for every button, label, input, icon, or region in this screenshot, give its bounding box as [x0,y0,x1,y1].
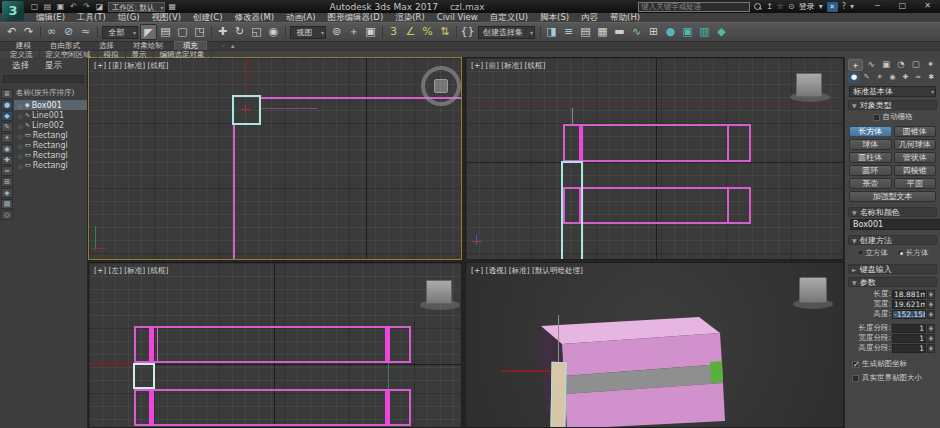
ribbon-tab[interactable]: 选择 [91,42,122,50]
menu-item[interactable]: 内容 [575,13,604,22]
spline-divider-upper[interactable] [157,328,158,361]
filter-geometry-icon[interactable]: ◆ [1,111,13,121]
undo-icon[interactable]: ↶ [3,24,20,40]
menu-item[interactable]: Civil View [431,13,484,22]
render-setup-icon[interactable]: ▣ [679,24,696,40]
redo-icon[interactable]: ↷ [20,24,37,40]
window-crossing-icon[interactable]: ◳ [191,24,208,40]
checkbox[interactable] [852,375,859,382]
list-item[interactable]: ◇ ∿ Line001 [14,110,87,120]
menu-item[interactable]: 组(G) [112,13,146,22]
ribbon-panel-label[interactable]: 编辑选定对象 [154,51,212,58]
edit-selection-sets-icon[interactable]: {} [459,24,476,40]
expand-icon[interactable]: ◇ [18,142,23,149]
rollout-name-color[interactable]: ▼ 名称和颜色 [848,207,937,217]
undo-small-icon[interactable]: ↶ [68,2,79,11]
menu-item[interactable]: 视图(V) [146,13,187,22]
ribbon-panel-label[interactable]: 定义空闲区域 [40,51,98,58]
tab-hierarchy[interactable]: ▣ [880,59,893,71]
schematic-view-icon[interactable]: ⊞ [645,24,662,40]
autogrid-row[interactable]: 自动栅格 [845,110,940,124]
select-by-name-icon[interactable]: ▤ [157,24,174,40]
save-file-icon[interactable]: ▣ [55,2,66,11]
cat-systems[interactable]: ✱ [925,72,937,83]
redo-small-icon[interactable]: ↷ [81,2,92,11]
spline-bar-lower-front[interactable] [563,187,751,224]
object-type-button[interactable]: 茶壶 [849,178,892,189]
rollout-keyboard-entry[interactable]: ► 键盘输入 [848,264,937,274]
filter-cameras-icon[interactable]: ◉ [1,144,13,154]
parameter-checkbox-row[interactable]: 生成贴图坐标 [845,357,940,371]
close-button[interactable]: ✕ [915,0,940,13]
cat-spacewarps[interactable]: ≈ [912,72,924,83]
rendered-frame-icon[interactable]: ▥ [696,24,713,40]
spinner-snap-icon[interactable]: ⇅ [436,24,453,40]
viewport-front[interactable]: [+] [前] [标准] [线框] [465,57,844,260]
separator[interactable] [379,25,385,39]
separator[interactable] [537,25,543,39]
antenna-line[interactable] [558,315,559,363]
autogrid-checkbox[interactable] [873,114,880,121]
spinner-control[interactable] [927,324,935,333]
ribbon-panel-label[interactable]: 显示 [126,51,154,58]
expand-icon[interactable]: ◇ [18,102,23,109]
manipulate-icon[interactable]: ＋ [345,24,362,40]
explorer-sort-icon[interactable]: ≣ [1,89,13,99]
spinner-control[interactable] [927,334,935,343]
spline-strip-upper-b[interactable] [385,328,390,361]
box001-selection-outline-top[interactable] [232,95,261,125]
spline-divider-upper-front[interactable] [727,126,729,160]
object-type-button[interactable]: 平面 [894,178,937,189]
help-icon[interactable]: ? [842,2,846,12]
filter-lights-icon[interactable]: ☀ [1,133,13,143]
box001-selection-outline-left[interactable] [133,363,155,389]
ribbon-tab[interactable]: 建模 [8,42,39,50]
viewport-label[interactable]: [+] [左] [标准] [线框] [94,266,168,276]
parameter-value-field[interactable]: 19.621mm [892,300,926,309]
spinner-control[interactable] [927,300,935,309]
ref-coord-dropdown[interactable]: 视图 [290,26,326,39]
signin-label[interactable]: 登录 [799,1,815,12]
unlink-selection-icon[interactable]: ⊘ [60,24,77,40]
ribbon-tab[interactable]: 填充 [174,41,207,50]
cat-shapes[interactable]: ✎ [861,72,873,83]
cat-cameras[interactable]: ◉ [887,72,899,83]
filter-xrefs-icon[interactable]: ◈ [1,188,13,198]
filter-selection-icon[interactable]: ◇ [1,210,13,220]
expand-icon[interactable]: ◇ [18,122,23,129]
menu-item[interactable]: 动画(A) [280,13,321,22]
workspace-dropdown[interactable]: 工作区: 默认 [108,2,165,12]
viewport-label[interactable]: [+] [前] [标准] [线框] [471,61,545,71]
ribbon-tab[interactable]: 对象绘制 [125,42,171,50]
expand-icon[interactable]: ◇ [18,132,23,139]
expand-icon[interactable]: ◇ [18,162,23,169]
keyboard-override-icon[interactable]: ▣ [362,24,379,40]
menu-item[interactable]: 渲染(R) [389,13,431,22]
open-file-icon[interactable]: ▤ [42,2,53,11]
new-scene-icon[interactable]: ▢ [29,2,40,11]
app-logo-icon[interactable]: 3 [2,1,24,21]
select-link-icon[interactable]: ∞ [43,24,60,40]
viewcube-front[interactable] [796,73,822,97]
rollout-parameters[interactable]: ▼ 参数 [848,277,937,287]
object-type-button[interactable]: 圆锥体 [894,126,937,137]
list-item[interactable]: ◇ ◆ Box001 [14,100,87,110]
subcategory-dropdown[interactable]: 标准基本体 [849,86,936,97]
selection-region-icon[interactable]: ▢ [174,24,191,40]
menu-item[interactable]: 自定义(U) [484,13,534,22]
parameter-checkbox-row[interactable]: 真实世界贴图大小 [845,371,940,385]
mirror-icon[interactable]: ◨ [543,24,560,40]
ribbon-toggle-icon[interactable]: ▬ [611,24,628,40]
expand-icon[interactable]: ◇ [18,112,23,119]
cat-lights[interactable]: ☀ [874,72,886,83]
spline-divider-lower-front[interactable] [727,189,729,222]
cat-helpers[interactable]: ✚ [899,72,911,83]
use-center-icon[interactable]: ⊚ [328,24,345,40]
material-editor-icon[interactable]: ● [662,24,679,40]
list-item[interactable]: ◇ ∿ Line002 [14,120,87,130]
object-type-button[interactable]: 管状体 [894,152,937,163]
parameter-value-field[interactable]: 1 [892,334,926,343]
filter-materials-icon[interactable]: ▤ [1,199,13,209]
filter-groups-icon[interactable]: ⊞ [1,177,13,187]
spline-faint-top[interactable] [261,108,317,109]
